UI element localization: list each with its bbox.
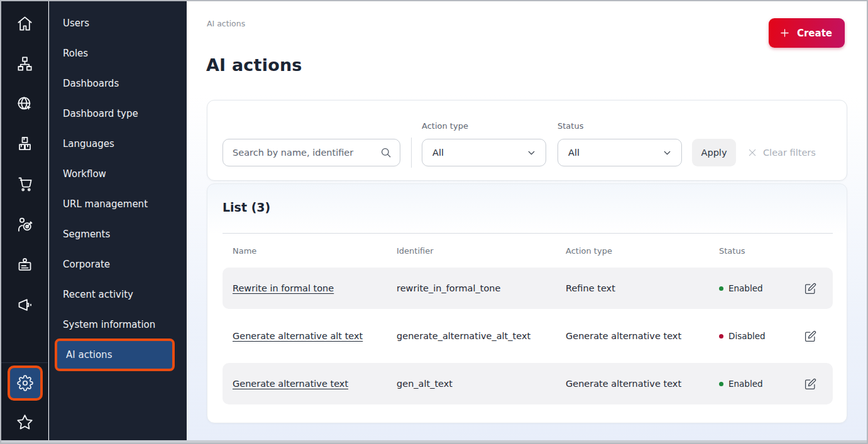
chevron-down-icon	[662, 148, 673, 158]
status-text: Disabled	[728, 331, 766, 341]
icon-rail	[1, 1, 48, 443]
clear-filters-label: Clear filters	[763, 148, 816, 158]
gear-icon	[17, 375, 33, 391]
sidebar-item-segments[interactable]: Segments	[49, 219, 187, 249]
sidebar-item-languages[interactable]: Languages	[49, 129, 187, 159]
edit-icon	[805, 283, 816, 295]
create-button[interactable]: Create	[769, 18, 845, 48]
status-select[interactable]: All	[558, 139, 682, 166]
status-dot	[719, 334, 723, 338]
sidebar-item-users[interactable]: Users	[49, 8, 187, 38]
sidebar-item-corporate[interactable]: Corporate	[49, 249, 187, 279]
create-button-label: Create	[797, 28, 832, 39]
status-text: Enabled	[728, 379, 763, 389]
row-action-type: Generate alternative text	[566, 379, 719, 389]
status-value: All	[568, 148, 580, 158]
apply-button[interactable]: Apply	[692, 139, 736, 166]
action-type-label: Action type	[422, 121, 468, 131]
rail-separator	[1, 362, 48, 363]
row-name-link[interactable]: Rewrite in formal tone	[233, 283, 334, 293]
packages-icon[interactable]	[1, 134, 48, 153]
sidebar-item-ai-actions[interactable]: AI actions	[55, 338, 175, 371]
hierarchy-icon[interactable]	[1, 54, 48, 73]
row-identifier: gen_alt_text	[397, 379, 566, 389]
row-action-type: Refine text	[566, 283, 719, 293]
star-icon[interactable]	[1, 413, 48, 431]
plus-icon	[779, 27, 791, 39]
row-identifier: generate_alternative_alt_text	[397, 331, 566, 341]
sidebar-item-system-information[interactable]: System information	[49, 310, 187, 340]
app-window: Users Roles Dashboards Dashboard type La…	[0, 0, 868, 444]
edit-icon	[805, 330, 816, 342]
main-content: AI actions Create AI actions Action type…	[187, 1, 867, 443]
table-body: Rewrite in formal tone rewrite_in_formal…	[222, 268, 833, 411]
action-type-select[interactable]: All	[422, 139, 546, 166]
column-header-status: Status	[719, 246, 803, 256]
status-text: Enabled	[728, 283, 763, 293]
edit-icon	[805, 378, 816, 390]
clear-filters-button[interactable]: Clear filters	[747, 139, 816, 166]
sidebar-item-roles[interactable]: Roles	[49, 38, 187, 68]
column-header-identifier: Identifier	[397, 246, 566, 256]
action-type-value: All	[432, 148, 444, 158]
sidebar-item-recent-activity[interactable]: Recent activity	[49, 279, 187, 310]
status-dot	[719, 286, 723, 291]
table-row: Rewrite in formal tone rewrite_in_formal…	[222, 268, 833, 309]
list-heading: List (3)	[222, 200, 270, 214]
row-name-link[interactable]: Generate alternative text	[233, 379, 348, 389]
audience-target-icon[interactable]	[1, 215, 48, 234]
badge-icon[interactable]	[1, 255, 48, 274]
edit-button[interactable]	[803, 377, 817, 391]
sidebar-item-dashboard-type[interactable]: Dashboard type	[49, 99, 187, 129]
megaphone-icon[interactable]	[1, 295, 48, 314]
edit-button[interactable]	[803, 329, 817, 343]
list-divider	[222, 233, 833, 234]
status-badge: Enabled	[719, 283, 803, 293]
edit-button[interactable]	[803, 281, 817, 295]
status-dot	[719, 382, 723, 386]
search-box	[222, 139, 400, 166]
sidebar-item-dashboards[interactable]: Dashboards	[49, 68, 187, 99]
breadcrumb[interactable]: AI actions	[207, 19, 245, 28]
sidebar-item-url-management[interactable]: URL management	[49, 189, 187, 219]
settings-menu: Users Roles Dashboards Dashboard type La…	[49, 1, 187, 443]
page-title: AI actions	[206, 55, 302, 75]
filter-panel: Action type All Status All Apply Clear f…	[207, 100, 847, 181]
search-icon	[380, 147, 392, 158]
row-action-type: Generate alternative text	[566, 331, 719, 341]
table-row: Generate alternative alt text generate_a…	[222, 315, 833, 357]
column-header-name: Name	[233, 246, 397, 256]
search-input[interactable]	[223, 148, 380, 158]
chevron-down-icon	[526, 148, 537, 158]
table-row: Generate alternative text gen_alt_text G…	[222, 363, 833, 404]
close-icon	[747, 148, 757, 158]
row-identifier: rewrite_in_formal_tone	[397, 283, 566, 293]
table-header-row: Name Identifier Action type Status	[222, 243, 833, 258]
globe-cursor-icon[interactable]	[1, 94, 48, 113]
column-header-action-type: Action type	[566, 246, 719, 256]
sidebar-item-workflow[interactable]: Workflow	[49, 159, 187, 189]
list-panel: List (3) Name Identifier Action type Sta…	[207, 183, 847, 423]
window-bottom-edge	[1, 440, 867, 443]
status-label: Status	[558, 121, 583, 131]
status-badge: Disabled	[719, 331, 803, 341]
home-icon[interactable]	[1, 14, 48, 33]
row-name-link[interactable]: Generate alternative alt text	[233, 331, 363, 341]
settings-active-highlight[interactable]	[8, 365, 43, 401]
cart-icon[interactable]	[1, 174, 48, 193]
status-badge: Enabled	[719, 379, 803, 389]
filter-divider	[411, 138, 412, 168]
